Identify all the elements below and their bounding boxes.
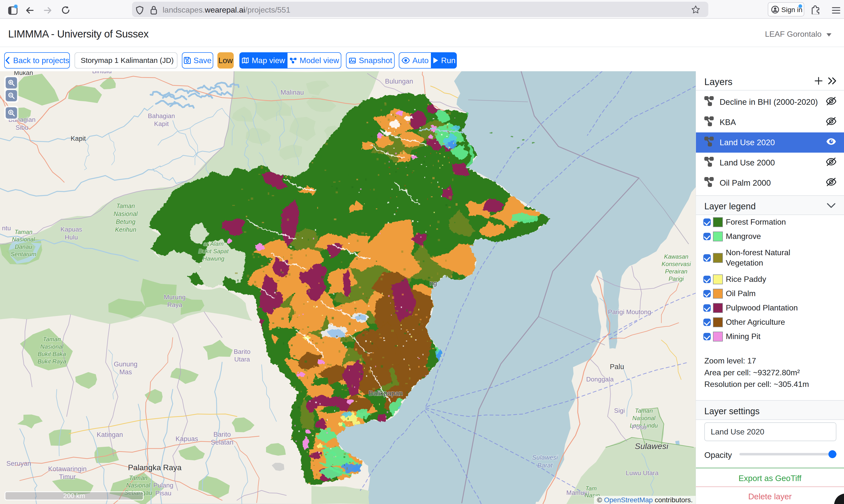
svg-text:Palangka Raya: Palangka Raya <box>128 463 182 472</box>
svg-text:Sigi: Sigi <box>614 407 625 414</box>
svg-text:Perairan: Perairan <box>665 268 688 275</box>
svg-text:Nasional: Nasional <box>632 415 655 421</box>
svg-text:Nasional: Nasional <box>114 210 138 217</box>
svg-text:Murung: Murung <box>164 293 186 301</box>
svg-text:Taman: Taman <box>116 202 135 209</box>
svg-text:Poso: Poso <box>632 424 646 431</box>
svg-text:Betung: Betung <box>116 218 135 225</box>
svg-text:Sulawesi: Sulawesi <box>635 442 669 451</box>
svg-text:Bahagian: Bahagian <box>148 112 175 120</box>
svg-text:Kotawaringin: Kotawaringin <box>48 465 87 473</box>
svg-text:Malinau: Malinau <box>280 89 304 96</box>
svg-text:Pisau: Pisau <box>155 489 171 497</box>
svg-text:Kapit: Kapit <box>71 135 86 142</box>
svg-text:Danau: Danau <box>15 244 32 250</box>
svg-text:Nasional: Nasional <box>12 236 35 242</box>
svg-text:Pulang: Pulang <box>154 482 173 489</box>
svg-text:Raya: Raya <box>167 301 183 308</box>
svg-text:Bulungan: Bulungan <box>385 78 413 85</box>
svg-text:Bukit Baka: Bukit Baka <box>38 350 66 357</box>
svg-text:Donggala: Donggala <box>586 376 614 383</box>
svg-text:Sulawesi: Sulawesi <box>532 454 558 461</box>
svg-text:Kerihun: Kerihun <box>115 226 136 233</box>
svg-text:Parigi: Parigi <box>669 275 684 282</box>
svg-text:Seruyan: Seruyan <box>6 460 31 467</box>
svg-text:Hulu: Hulu <box>65 234 78 241</box>
svg-text:Bukit Raya: Bukit Raya <box>37 358 66 365</box>
svg-text:Nasional: Nasional <box>40 343 64 350</box>
svg-text:Barito: Barito <box>213 431 231 438</box>
svg-text:Barito: Barito <box>234 348 251 355</box>
svg-text:ng: ng <box>430 280 437 287</box>
svg-text:Selatan: Selatan <box>211 439 234 446</box>
svg-text:Kapuas: Kapuas <box>61 226 82 233</box>
svg-text:Luwu Utara: Luwu Utara <box>626 469 659 476</box>
svg-text:Utara: Utara <box>234 356 250 363</box>
svg-text:Konservasi: Konservasi <box>661 260 691 267</box>
svg-text:Taman: Taman <box>15 229 33 235</box>
svg-text:Gunung: Gunung <box>114 360 137 368</box>
svg-text:Balikpapan: Balikpapan <box>369 389 403 397</box>
svg-text:Timur: Timur <box>59 473 76 481</box>
svg-text:Taman: Taman <box>43 336 61 342</box>
svg-text:Tam: Tam <box>585 485 597 492</box>
svg-text:Mukan: Mukan <box>14 71 33 76</box>
svg-text:Nasional: Nasional <box>126 482 151 489</box>
svg-text:Sentarum: Sentarum <box>11 251 36 257</box>
svg-text:Parigi Moutong: Parigi Moutong <box>608 308 651 316</box>
svg-text:Bukit Sapat: Bukit Sapat <box>199 248 229 254</box>
svg-text:Taman: Taman <box>635 407 653 414</box>
svg-text:Taman: Taman <box>129 474 148 481</box>
svg-text:Barat: Barat <box>537 462 553 469</box>
svg-text:ar Alam: ar Alam <box>203 240 224 247</box>
svg-text:Katingan: Katingan <box>97 431 123 438</box>
svg-text:Mas: Mas <box>119 368 132 376</box>
svg-text:Kawasan: Kawasan <box>664 253 689 260</box>
svg-text:Kapit: Kapit <box>154 120 169 127</box>
svg-text:Sibu: Sibu <box>16 124 28 131</box>
svg-text:Kapuas: Kapuas <box>175 435 198 443</box>
svg-text:ntu: ntu <box>2 224 11 232</box>
svg-text:Hawung: Hawung <box>203 255 225 262</box>
svg-text:Palu: Palu <box>610 363 624 371</box>
svg-text:Bintulu: Bintulu <box>92 71 112 75</box>
